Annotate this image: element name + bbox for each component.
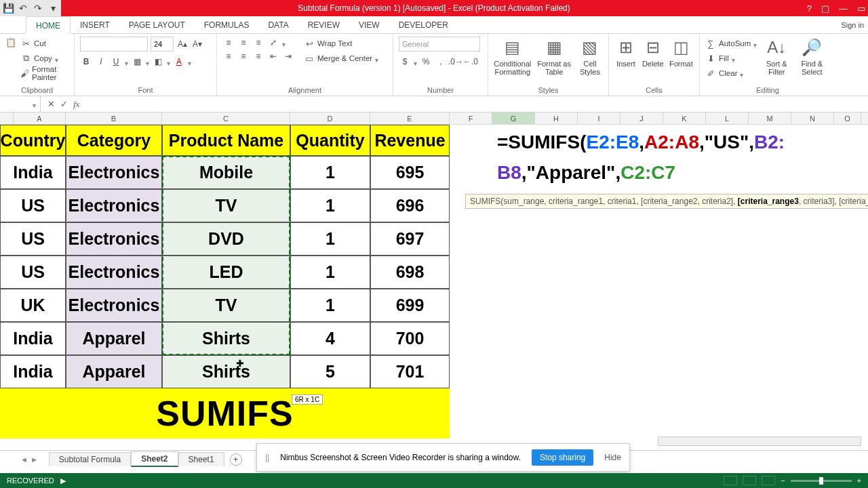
font-color-button[interactable]: A bbox=[173, 56, 185, 68]
decrease-font-icon[interactable]: A▾ bbox=[191, 38, 203, 50]
font-family-select[interactable] bbox=[80, 37, 148, 52]
insert-cells-button[interactable]: ⊞Insert bbox=[614, 37, 637, 68]
stop-sharing-button[interactable]: Stop sharing bbox=[532, 449, 593, 466]
format-as-table-button[interactable]: ▦Format as Table bbox=[535, 37, 572, 76]
cell-revenue[interactable]: 700 bbox=[370, 322, 450, 355]
cut-button[interactable]: ✂Cut bbox=[20, 37, 68, 50]
currency-icon[interactable]: $ bbox=[399, 56, 411, 68]
cell-revenue[interactable]: 695 bbox=[370, 156, 450, 189]
cell-country[interactable]: India bbox=[0, 156, 66, 189]
table-header[interactable]: Revenue bbox=[370, 125, 450, 156]
cancel-formula-icon[interactable]: ✕ bbox=[47, 99, 55, 110]
macro-icon[interactable]: ▶ bbox=[60, 476, 66, 485]
fill-color-button[interactable]: ◧ bbox=[152, 56, 164, 68]
decrease-indent-icon[interactable]: ⇤ bbox=[267, 50, 279, 62]
tab-insert[interactable]: INSERT bbox=[71, 16, 119, 34]
wrap-text-button[interactable]: ↩Wrap Text bbox=[304, 37, 378, 50]
conditional-formatting-button[interactable]: ▤Conditional Formatting bbox=[494, 37, 531, 76]
cell-category[interactable]: Electronics bbox=[66, 256, 162, 289]
table-row[interactable]: IndiaApparelShirts4700 bbox=[0, 322, 868, 355]
tab-review[interactable]: REVIEW bbox=[298, 16, 349, 34]
sheet-nav-prev-icon[interactable]: ◄ bbox=[20, 455, 28, 464]
col-header[interactable]: H bbox=[535, 113, 578, 124]
tab-page-layout[interactable]: PAGE LAYOUT bbox=[119, 16, 195, 34]
col-header[interactable]: C bbox=[162, 113, 290, 124]
font-size-select[interactable] bbox=[151, 37, 174, 52]
col-header[interactable]: N bbox=[791, 113, 834, 124]
increase-font-icon[interactable]: A▴ bbox=[176, 38, 189, 50]
increase-indent-icon[interactable]: ⇥ bbox=[282, 50, 294, 62]
cell-revenue[interactable]: 697 bbox=[370, 222, 450, 256]
cell-quantity[interactable]: 5 bbox=[290, 355, 370, 388]
cell-category[interactable]: Apparel bbox=[66, 322, 162, 355]
col-header[interactable]: G bbox=[492, 113, 535, 124]
bold-button[interactable]: B bbox=[80, 56, 92, 68]
comma-icon[interactable]: , bbox=[435, 56, 447, 68]
align-left-icon[interactable]: ≡ bbox=[222, 50, 235, 62]
cell-category[interactable]: Electronics bbox=[66, 156, 162, 189]
redo-icon[interactable]: ↷ bbox=[33, 3, 43, 14]
cell-revenue[interactable]: 698 bbox=[370, 256, 450, 289]
col-header[interactable]: M bbox=[749, 113, 791, 124]
table-header[interactable]: Product Name bbox=[162, 125, 290, 156]
table-row[interactable]: UKElectronicsTV1699 bbox=[0, 289, 868, 322]
tab-developer[interactable]: DEVELOPER bbox=[389, 16, 458, 34]
align-bottom-icon[interactable]: ≡ bbox=[252, 37, 264, 49]
cell-country[interactable]: India bbox=[0, 355, 66, 388]
copy-button[interactable]: ⧉Copy▾ bbox=[20, 52, 68, 65]
col-header[interactable]: F bbox=[450, 113, 492, 124]
zoom-slider[interactable] bbox=[791, 480, 852, 482]
autosum-button[interactable]: ∑AutoSum▾ bbox=[705, 37, 757, 50]
col-header[interactable]: A bbox=[14, 113, 66, 124]
fx-icon[interactable]: fx bbox=[73, 99, 79, 110]
clear-button[interactable]: ✐Clear▾ bbox=[705, 66, 757, 80]
align-center-icon[interactable]: ≡ bbox=[237, 50, 250, 62]
col-header[interactable]: K bbox=[663, 113, 706, 124]
cell-revenue[interactable]: 696 bbox=[370, 189, 450, 222]
cell-styles-button[interactable]: ▧Cell Styles bbox=[577, 37, 603, 76]
tab-data[interactable]: DATA bbox=[258, 16, 298, 34]
enter-formula-icon[interactable]: ✓ bbox=[60, 99, 68, 110]
cell-product[interactable]: Shirts bbox=[162, 355, 290, 388]
table-row[interactable]: USElectronicsDVD1697 bbox=[0, 222, 868, 256]
col-header[interactable]: D bbox=[290, 113, 370, 124]
fill-button[interactable]: ⬇Fill▾ bbox=[705, 52, 757, 65]
merge-center-button[interactable]: ▭Merge & Center▾ bbox=[304, 52, 378, 65]
cell-quantity[interactable]: 4 bbox=[290, 322, 370, 355]
zoom-out-icon[interactable]: − bbox=[781, 476, 785, 485]
zoom-in-icon[interactable]: + bbox=[857, 476, 861, 485]
cell-product[interactable]: TV bbox=[162, 289, 290, 322]
col-header[interactable]: O bbox=[834, 113, 861, 124]
italic-button[interactable]: I bbox=[95, 56, 107, 68]
cell-quantity[interactable]: 1 bbox=[290, 189, 370, 222]
cell-country[interactable]: US bbox=[0, 222, 66, 256]
percent-icon[interactable]: % bbox=[420, 56, 432, 68]
cell-revenue[interactable]: 701 bbox=[370, 355, 450, 388]
qat-more-icon[interactable]: ▾ bbox=[47, 3, 58, 14]
cell-quantity[interactable]: 1 bbox=[290, 256, 370, 289]
col-header[interactable]: J bbox=[620, 113, 663, 124]
orientation-icon[interactable]: ⤢ bbox=[267, 37, 279, 49]
col-header[interactable]: B bbox=[66, 113, 162, 124]
cell-country[interactable]: US bbox=[0, 189, 66, 222]
sheet-nav-next-icon[interactable]: ► bbox=[31, 455, 38, 464]
border-button[interactable]: ▦ bbox=[131, 56, 143, 68]
normal-view-icon[interactable] bbox=[724, 476, 737, 485]
tab-home[interactable]: HOME bbox=[26, 16, 71, 34]
cell-product[interactable]: DVD bbox=[162, 222, 290, 256]
format-cells-button[interactable]: ◫Format bbox=[669, 37, 694, 68]
table-header[interactable]: Category bbox=[66, 125, 162, 156]
cell-category[interactable]: Electronics bbox=[66, 189, 162, 222]
cell-product[interactable]: Mobile bbox=[162, 156, 290, 189]
table-row[interactable]: IndiaApparelShirts5701 bbox=[0, 355, 868, 388]
align-right-icon[interactable]: ≡ bbox=[252, 50, 264, 62]
number-format-select[interactable] bbox=[399, 37, 480, 52]
cell-category[interactable]: Apparel bbox=[66, 355, 162, 388]
cell-quantity[interactable]: 1 bbox=[290, 222, 370, 256]
cell-country[interactable]: US bbox=[0, 256, 66, 289]
col-header[interactable]: E bbox=[370, 113, 450, 124]
cell-country[interactable]: UK bbox=[0, 289, 66, 322]
col-header[interactable]: I bbox=[578, 113, 620, 124]
undo-icon[interactable]: ↶ bbox=[18, 3, 28, 14]
align-top-icon[interactable]: ≡ bbox=[222, 37, 235, 49]
